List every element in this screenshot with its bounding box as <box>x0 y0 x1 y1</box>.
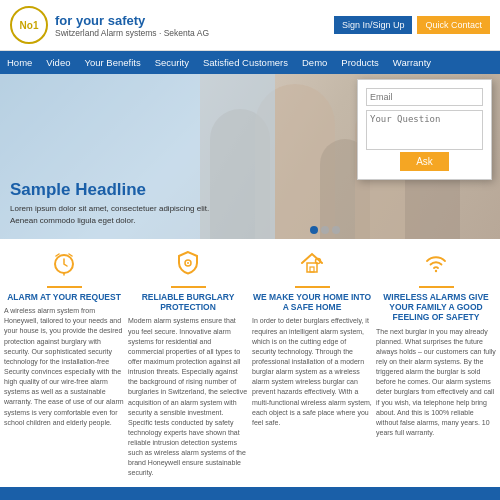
feature-wireless-text: The next burglar in you may already plan… <box>376 327 496 439</box>
feature-home-divider <box>295 286 330 288</box>
nav-item-home[interactable]: Home <box>0 51 39 74</box>
feature-alarm-title: ALARM AT YOUR REQUEST <box>4 292 124 302</box>
svg-point-5 <box>316 259 321 264</box>
feature-wireless: WIRELESS ALARMS GIVE YOUR FAMILY A GOOD … <box>376 249 496 479</box>
hero-section: Sample Headline Lorem ipsum dolor sit am… <box>0 74 500 239</box>
nav-item-demo[interactable]: Demo <box>295 51 334 74</box>
feature-burglary-text: Modern alarm systems ensure that you fee… <box>128 316 248 478</box>
hero-text-block: Sample Headline Lorem ipsum dolor sit am… <box>10 180 225 227</box>
wifi-icon <box>376 249 496 283</box>
site-header: No1 for your safety Switzerland Alarm sy… <box>0 0 500 51</box>
header-buttons: Sign In/Sign Up Quick Contact <box>334 16 490 34</box>
logo: No1 for your safety Switzerland Alarm sy… <box>10 6 209 44</box>
dot-2[interactable] <box>321 226 329 234</box>
feature-home-text: In order to deter burglars effectively, … <box>252 316 372 428</box>
quick-contact-button[interactable]: Quick Contact <box>417 16 490 34</box>
dot-1[interactable] <box>310 226 318 234</box>
home-icon <box>252 249 372 283</box>
hero-body: Lorem ipsum dolor sit amet, consectetuer… <box>10 203 225 227</box>
hero-nav-dots <box>310 226 340 234</box>
feature-burglary-title: RELIABLE BURGLARY PROTECTION <box>128 292 248 312</box>
feature-wireless-title: WIRELESS ALARMS GIVE YOUR FAMILY A GOOD … <box>376 292 496 323</box>
logo-text: for your safety Switzerland Alarm system… <box>55 13 209 38</box>
feature-alarm-text: A wireless alarm system from Honeywell, … <box>4 306 124 428</box>
feature-burglary-divider <box>171 286 206 288</box>
nav-item-products[interactable]: Products <box>334 51 386 74</box>
feature-wireless-divider <box>419 286 454 288</box>
alarm-icon <box>4 249 124 283</box>
logo-circle: No1 <box>10 6 48 44</box>
nav-item-benefits[interactable]: Your Benefits <box>77 51 147 74</box>
svg-point-6 <box>435 270 437 272</box>
feature-alarm: ALARM AT YOUR REQUEST A wireless alarm s… <box>4 249 124 479</box>
cta-banner: Protect what you love most Sign Up <box>0 487 500 500</box>
signin-button[interactable]: Sign In/Sign Up <box>334 16 413 34</box>
nav-item-security[interactable]: Security <box>148 51 196 74</box>
feature-home-title: WE MAKE YOUR HOME INTO A SAFE HOME <box>252 292 372 312</box>
feature-home: WE MAKE YOUR HOME INTO A SAFE HOME In or… <box>252 249 372 479</box>
shield-icon <box>128 249 248 283</box>
logo-no1: No1 <box>20 20 39 31</box>
feature-burglary: RELIABLE BURGLARY PROTECTION Modern alar… <box>128 249 248 479</box>
dot-3[interactable] <box>332 226 340 234</box>
feature-alarm-divider <box>47 286 82 288</box>
features-section: ALARM AT YOUR REQUEST A wireless alarm s… <box>0 239 500 487</box>
nav-item-warranty[interactable]: Warranty <box>386 51 438 74</box>
contact-question-input[interactable] <box>366 110 483 150</box>
svg-point-2 <box>187 262 189 264</box>
logo-tagline2: Switzerland Alarm systems · Sekenta AG <box>55 28 209 38</box>
contact-popup: Ask <box>357 79 492 180</box>
main-nav: Home Video Your Benefits Security Satisf… <box>0 51 500 74</box>
hero-headline: Sample Headline <box>10 180 225 200</box>
contact-ask-button[interactable]: Ask <box>400 152 449 171</box>
nav-item-video[interactable]: Video <box>39 51 77 74</box>
nav-item-customers[interactable]: Satisfied Customers <box>196 51 295 74</box>
logo-tagline1: for your safety <box>55 13 209 28</box>
contact-email-input[interactable] <box>366 88 483 106</box>
